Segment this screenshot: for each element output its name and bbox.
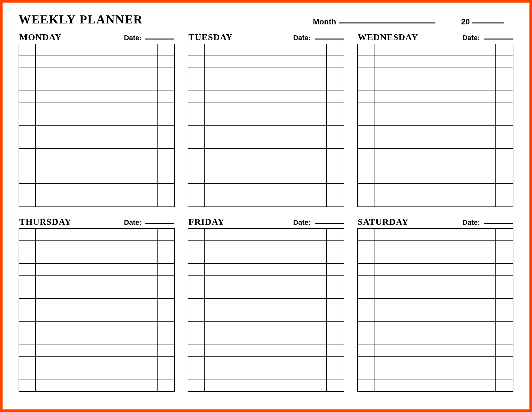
cell-check[interactable] xyxy=(158,380,174,391)
cell-time[interactable] xyxy=(19,160,36,171)
cell-entry[interactable] xyxy=(36,137,158,148)
cell-time[interactable] xyxy=(358,91,374,102)
cell-check[interactable] xyxy=(496,276,513,287)
cell-time[interactable] xyxy=(19,357,36,368)
cell-entry[interactable] xyxy=(374,102,496,114)
cell-time[interactable] xyxy=(358,44,374,56)
cell-check[interactable] xyxy=(327,44,344,56)
cell-entry[interactable] xyxy=(374,44,496,56)
cell-entry[interactable] xyxy=(374,184,496,195)
cell-check[interactable] xyxy=(158,79,174,90)
cell-entry[interactable] xyxy=(374,287,496,298)
cell-check[interactable] xyxy=(327,333,344,345)
cell-time[interactable] xyxy=(358,137,374,148)
cell-check[interactable] xyxy=(327,287,344,298)
cell-check[interactable] xyxy=(158,299,174,310)
cell-time[interactable] xyxy=(19,264,36,275)
cell-check[interactable] xyxy=(327,67,344,79)
cell-entry[interactable] xyxy=(36,56,158,67)
cell-time[interactable] xyxy=(19,241,36,252)
cell-check[interactable] xyxy=(496,322,513,333)
cell-time[interactable] xyxy=(188,91,205,102)
cell-check[interactable] xyxy=(496,172,513,183)
cell-time[interactable] xyxy=(358,241,374,252)
cell-time[interactable] xyxy=(358,322,374,333)
cell-entry[interactable] xyxy=(374,114,496,125)
year-input-line[interactable] xyxy=(472,22,504,23)
cell-time[interactable] xyxy=(188,287,205,298)
cell-check[interactable] xyxy=(496,184,513,195)
cell-check[interactable] xyxy=(327,114,344,125)
cell-time[interactable] xyxy=(19,172,36,183)
cell-entry[interactable] xyxy=(374,264,496,275)
cell-entry[interactable] xyxy=(374,345,496,356)
cell-time[interactable] xyxy=(19,114,36,125)
cell-time[interactable] xyxy=(358,126,374,137)
cell-entry[interactable] xyxy=(205,252,327,263)
cell-check[interactable] xyxy=(158,310,174,321)
cell-time[interactable] xyxy=(188,241,205,252)
cell-time[interactable] xyxy=(19,299,36,310)
cell-entry[interactable] xyxy=(205,322,327,333)
cell-entry[interactable] xyxy=(36,310,158,321)
cell-time[interactable] xyxy=(188,229,205,240)
cell-check[interactable] xyxy=(158,276,174,287)
cell-entry[interactable] xyxy=(205,67,327,79)
cell-check[interactable] xyxy=(158,44,174,56)
cell-entry[interactable] xyxy=(36,91,158,102)
cell-check[interactable] xyxy=(327,79,344,90)
cell-entry[interactable] xyxy=(36,276,158,287)
cell-time[interactable] xyxy=(188,137,205,148)
cell-time[interactable] xyxy=(188,172,205,183)
cell-entry[interactable] xyxy=(36,368,158,380)
cell-entry[interactable] xyxy=(374,357,496,368)
cell-time[interactable] xyxy=(19,368,36,380)
cell-entry[interactable] xyxy=(374,160,496,171)
cell-check[interactable] xyxy=(158,333,174,345)
cell-check[interactable] xyxy=(496,137,513,148)
cell-time[interactable] xyxy=(188,195,205,206)
cell-entry[interactable] xyxy=(205,264,327,275)
cell-entry[interactable] xyxy=(374,126,496,137)
cell-entry[interactable] xyxy=(374,310,496,321)
cell-time[interactable] xyxy=(19,44,36,56)
cell-entry[interactable] xyxy=(36,252,158,263)
cell-check[interactable] xyxy=(496,91,513,102)
cell-time[interactable] xyxy=(358,357,374,368)
cell-entry[interactable] xyxy=(205,229,327,240)
cell-check[interactable] xyxy=(327,345,344,356)
cell-check[interactable] xyxy=(158,114,174,125)
cell-check[interactable] xyxy=(496,241,513,252)
cell-time[interactable] xyxy=(19,310,36,321)
month-input-line[interactable] xyxy=(339,22,435,23)
cell-check[interactable] xyxy=(158,149,174,160)
cell-entry[interactable] xyxy=(36,241,158,252)
cell-time[interactable] xyxy=(188,276,205,287)
cell-time[interactable] xyxy=(188,44,205,56)
cell-time[interactable] xyxy=(358,276,374,287)
cell-check[interactable] xyxy=(158,195,174,206)
cell-entry[interactable] xyxy=(205,241,327,252)
cell-entry[interactable] xyxy=(205,56,327,67)
cell-check[interactable] xyxy=(496,368,513,380)
cell-check[interactable] xyxy=(327,357,344,368)
cell-entry[interactable] xyxy=(36,44,158,56)
cell-entry[interactable] xyxy=(374,299,496,310)
cell-check[interactable] xyxy=(327,172,344,183)
cell-time[interactable] xyxy=(358,160,374,171)
cell-entry[interactable] xyxy=(205,160,327,171)
cell-check[interactable] xyxy=(327,310,344,321)
cell-entry[interactable] xyxy=(36,287,158,298)
date-input-line[interactable] xyxy=(484,223,513,224)
cell-entry[interactable] xyxy=(205,149,327,160)
cell-time[interactable] xyxy=(358,252,374,263)
cell-check[interactable] xyxy=(327,299,344,310)
cell-check[interactable] xyxy=(327,322,344,333)
cell-check[interactable] xyxy=(327,195,344,206)
cell-check[interactable] xyxy=(496,252,513,263)
cell-entry[interactable] xyxy=(36,102,158,114)
cell-time[interactable] xyxy=(188,310,205,321)
cell-check[interactable] xyxy=(327,149,344,160)
cell-entry[interactable] xyxy=(36,264,158,275)
cell-entry[interactable] xyxy=(36,114,158,125)
